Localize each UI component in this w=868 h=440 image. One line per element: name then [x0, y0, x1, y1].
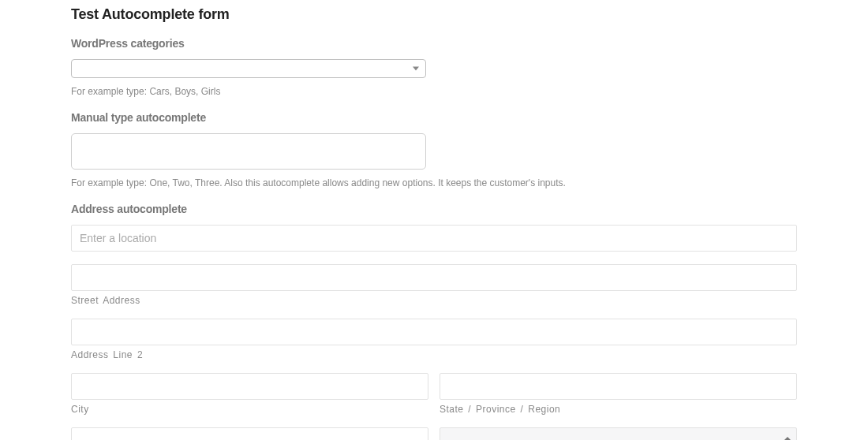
zip-input[interactable] — [71, 427, 428, 440]
wp-categories-label: WordPress categories — [71, 37, 797, 50]
state-input[interactable] — [440, 373, 797, 400]
country-select[interactable] — [440, 427, 797, 440]
chevron-down-icon — [413, 67, 419, 71]
manual-autocomplete-help: For example type: One, Two, Three. Also … — [71, 177, 797, 188]
manual-autocomplete-label: Manual type autocomplete — [71, 111, 797, 124]
wp-categories-help: For example type: Cars, Boys, Girls — [71, 86, 797, 97]
city-input[interactable] — [71, 373, 428, 400]
address-line2-input[interactable] — [71, 319, 797, 345]
form-title: Test Autocomplete form — [71, 6, 797, 23]
address-line2-label: Address Line 2 — [71, 349, 797, 360]
street-address-label: Street Address — [71, 295, 797, 306]
street-address-input[interactable] — [71, 264, 797, 291]
wp-categories-combobox[interactable] — [71, 59, 426, 78]
address-autocomplete-label: Address autocomplete — [71, 203, 797, 215]
city-label: City — [71, 404, 428, 415]
manual-autocomplete-input[interactable] — [71, 133, 426, 170]
location-input[interactable] — [71, 225, 797, 252]
state-label: State / Province / Region — [440, 404, 797, 415]
